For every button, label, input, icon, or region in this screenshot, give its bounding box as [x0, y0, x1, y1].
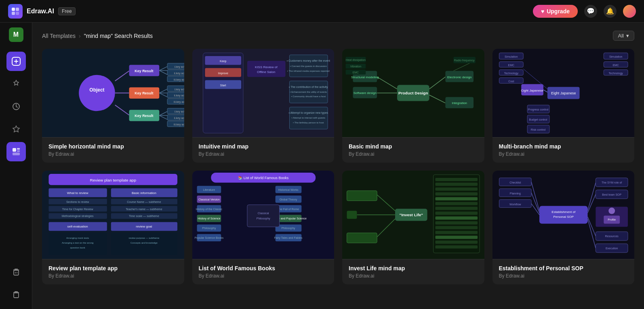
svg-line-92	[453, 63, 469, 71]
template-title-1: Simple horizontal mind map	[48, 143, 178, 150]
main-layout: M	[0, 23, 644, 309]
sidebar-item-templates[interactable]	[6, 142, 26, 161]
template-card-invest-life[interactable]: "Invest Life"	[342, 171, 484, 284]
template-card-basic[interactable]: Product Design Structural modeling Softw…	[342, 49, 484, 163]
svg-text:Philosophy: Philosophy	[256, 217, 270, 220]
svg-text:Integration: Integration	[452, 101, 467, 105]
filter-dropdown[interactable]: All ▾	[613, 31, 634, 41]
svg-rect-191	[436, 202, 478, 205]
template-title-5: Review plan template app	[48, 265, 178, 271]
template-info-1: Simple horizontal mind map By Edraw.ai	[42, 138, 184, 163]
sidebar-item-starred[interactable]	[6, 119, 26, 139]
svg-point-16	[79, 75, 115, 111]
svg-rect-188	[436, 188, 478, 191]
svg-text:question bank: question bank	[70, 246, 85, 249]
svg-text:Cost: Cost	[508, 80, 514, 83]
svg-rect-2	[12, 12, 15, 15]
svg-rect-193	[436, 212, 478, 215]
upgrade-button[interactable]: ♥ Upgrade	[533, 5, 578, 18]
svg-text:Time for Chapter Review: Time for Chapter Review	[62, 208, 94, 211]
svg-rect-8	[13, 148, 16, 152]
svg-text:• The birthday person to host: • The birthday person to host	[293, 121, 324, 124]
sidebar-item-workspace[interactable]: M	[9, 27, 23, 42]
svg-text:Product Design: Product Design	[398, 91, 428, 95]
svg-text:Historical Works: Historical Works	[278, 188, 299, 191]
svg-rect-195	[436, 221, 478, 224]
svg-rect-200	[436, 245, 478, 248]
svg-text:• Attempt to organize new type: • Attempt to organize new types	[288, 111, 328, 115]
sidebar-item-recent[interactable]	[6, 97, 26, 116]
svg-rect-199	[436, 240, 478, 244]
svg-text:Technology: Technology	[608, 72, 623, 75]
template-title-2: Intuitive mind map	[199, 143, 328, 150]
svg-text:Progress control: Progress control	[528, 108, 548, 111]
template-title-3: Basic mind map	[349, 143, 478, 150]
svg-text:EMC: EMC	[612, 64, 619, 67]
svg-text:Philosophy: Philosophy	[281, 227, 295, 230]
template-title-8: Establishment of Personal SOP	[499, 265, 628, 271]
svg-text:History of the Classic: History of the Classic	[196, 208, 222, 211]
svg-text:i.key action: i.key action	[175, 88, 184, 91]
svg-text:Classical Version: Classical Version	[198, 198, 219, 201]
template-card-multi-branch[interactable]: Eight Japanese Simulation EMC Technology…	[492, 49, 635, 163]
svg-text:Checklist: Checklist	[509, 181, 521, 184]
logo-text: Edraw.AI	[27, 8, 54, 15]
svg-text:Heat dissipation: Heat dissipation	[346, 58, 366, 62]
svg-line-203	[377, 219, 395, 237]
svg-text:Simulation: Simulation	[505, 55, 518, 58]
svg-text:What to review: What to review	[67, 191, 88, 195]
sidebar-item-delete[interactable]	[6, 285, 26, 304]
template-card-review-plan[interactable]: Review plan template app What to review …	[42, 171, 184, 284]
content-area: All Templates › "mind map" Search Result…	[32, 23, 644, 309]
svg-rect-1	[16, 8, 19, 11]
topbar: Edraw.AI Free ♥ Upgrade 💬 🔔	[0, 0, 644, 23]
template-card-personal-sop[interactable]: Establishment of Personal SOP The SYM ro…	[492, 171, 635, 284]
svg-text:• Attempt to interact with gue: • Attempt to interact with guests	[291, 117, 325, 119]
svg-text:Radio frequency: Radio frequency	[454, 59, 475, 62]
sidebar-item-trash[interactable]	[6, 262, 26, 282]
sidebar-item-create[interactable]	[6, 52, 26, 71]
svg-line-20	[115, 105, 129, 115]
svg-text:Simulation: Simulation	[609, 55, 622, 58]
svg-line-45	[159, 111, 167, 115]
svg-text:Literature: Literature	[203, 188, 215, 191]
svg-rect-192	[436, 207, 478, 210]
svg-line-25	[159, 71, 167, 75]
svg-text:The SYM role of: The SYM role of	[602, 181, 622, 184]
template-author-8: By Edraw.ai	[499, 273, 628, 279]
sidebar-item-ai[interactable]	[6, 74, 26, 94]
svg-text:📚 List of World Famous Books: 📚 List of World Famous Books	[238, 175, 289, 180]
svg-text:Fairy Tales and Fables: Fairy Tales and Fables	[274, 236, 302, 240]
svg-text:review goal: review goal	[136, 225, 152, 228]
svg-rect-15	[14, 293, 19, 298]
svg-rect-205	[347, 211, 357, 219]
svg-text:i.key action: i.key action	[175, 65, 184, 69]
svg-rect-186	[436, 178, 478, 181]
template-card-intuitive[interactable]: Keep Improve Start KISS Review of Offlin…	[192, 49, 335, 163]
svg-text:Key Result: Key Result	[135, 91, 153, 95]
svg-rect-3	[16, 12, 19, 15]
chat-icon-button[interactable]: 💬	[584, 5, 597, 18]
svg-text:ii.key action: ii.key action	[174, 117, 184, 120]
svg-text:iii.key action: iii.key action	[174, 123, 184, 126]
svg-line-201	[377, 195, 395, 211]
template-author-5: By Edraw.ai	[48, 273, 178, 279]
template-info-8: Establishment of Personal SOP By Edraw.a…	[492, 259, 635, 284]
svg-text:Sections to review: Sections to review	[66, 200, 89, 203]
svg-text:Philosophy: Philosophy	[202, 227, 216, 230]
svg-text:Establishment of: Establishment of	[551, 210, 576, 214]
svg-text:Execution: Execution	[605, 247, 618, 250]
svg-text:Course Name — subtheme: Course Name — subtheme	[127, 200, 161, 203]
notification-icon-button[interactable]: 🔔	[604, 5, 617, 18]
template-author-7: By Edraw.ai	[349, 273, 478, 279]
breadcrumb-all-templates[interactable]: All Templates	[42, 33, 76, 39]
template-card-world-books[interactable]: 📚 List of World Famous Books Literature …	[192, 171, 335, 284]
svg-rect-187	[436, 183, 478, 186]
svg-text:Offline Salon: Offline Salon	[257, 70, 275, 74]
svg-text:Best team SOP: Best team SOP	[602, 193, 621, 196]
breadcrumb: All Templates › "mind map" Search Result…	[42, 31, 634, 41]
template-card-simple-horizontal[interactable]: Object Key Result i.key action	[42, 49, 184, 163]
svg-text:review purpose — subtheme: review purpose — subtheme	[128, 237, 160, 239]
user-avatar[interactable]	[623, 5, 636, 18]
svg-line-47	[159, 115, 167, 119]
